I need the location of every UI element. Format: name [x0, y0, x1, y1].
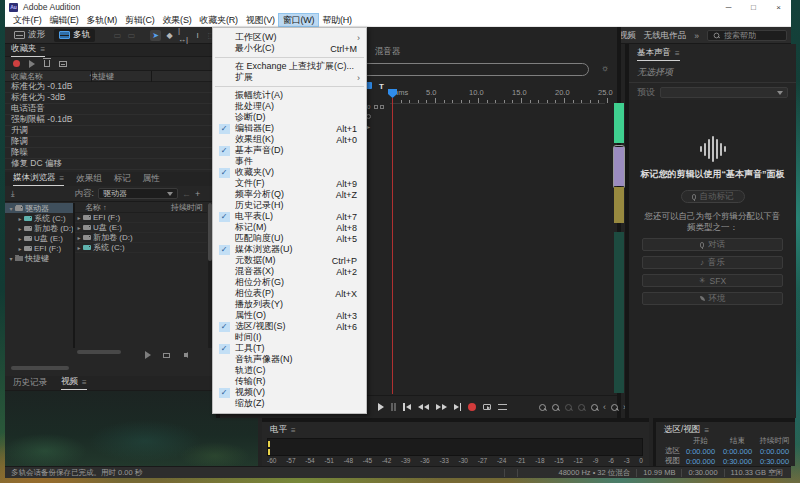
view-end-value[interactable]: 0:30.000 — [719, 457, 756, 466]
tree-item[interactable]: ▾快捷键 — [5, 253, 73, 263]
back-arrow-icon[interactable]: ← — [182, 189, 191, 199]
search-help-input[interactable]: 搜索帮助 — [707, 30, 787, 41]
track-expand-icon[interactable]: ▸ — [367, 123, 370, 130]
slip-tool-icon[interactable]: |↔| — [178, 30, 189, 41]
delete-favorite-icon[interactable] — [44, 60, 50, 67]
panel-menu-icon[interactable]: ≡ — [41, 45, 46, 54]
selection-end-value[interactable]: 0:00.000 — [719, 447, 756, 456]
add-shortcut-icon[interactable]: + — [195, 189, 200, 199]
preset-dropdown[interactable] — [660, 87, 788, 98]
track-box-icon[interactable] — [374, 105, 378, 109]
time-selection-tool-icon[interactable]: I — [192, 30, 203, 41]
skip-to-end-button[interactable] — [454, 402, 462, 412]
multitrack-view-button[interactable]: 多轨 — [54, 29, 95, 42]
list-item[interactable]: ▸系统 (C:) — [75, 243, 207, 253]
expander-icon[interactable]: ▸ — [75, 234, 83, 241]
tab-essential-sound[interactable]: 基本声音≡ — [637, 47, 680, 61]
navigator-settings-icon[interactable]: ☼ — [601, 63, 609, 73]
favorite-row[interactable]: 修复 DC 偏移 — [5, 159, 212, 170]
tab-favorites[interactable]: 收藏夹≡ — [11, 43, 45, 57]
tab-effects-rack[interactable]: 效果组 — [76, 173, 102, 185]
timeline-ruler[interactable]: hms 5.010.015.020.025.0 — [390, 80, 605, 104]
tree-item[interactable]: ▸U盘 (E:) — [5, 233, 73, 243]
loop-playback-button[interactable] — [483, 402, 491, 412]
zoom-out-point-icon[interactable] — [551, 403, 560, 412]
menubar-item-6[interactable]: 收藏夹(R) — [196, 14, 242, 26]
move-tool-icon[interactable]: ➤ — [150, 30, 161, 41]
tab-video[interactable]: 视频≡ — [61, 376, 87, 390]
favorite-row[interactable]: 降调 — [5, 137, 212, 148]
dialogue-button[interactable]: 对话 — [642, 238, 783, 251]
tree-item[interactable]: ▾驱动器 — [5, 203, 73, 213]
record-favorite-icon[interactable] — [13, 60, 20, 67]
view-start-value[interactable]: 0:00.000 — [682, 457, 719, 466]
sfx-button[interactable]: ✳ SFX — [642, 274, 783, 287]
speaker-icon[interactable] — [184, 353, 188, 357]
tab-properties[interactable]: 属性 — [143, 173, 160, 185]
column-name[interactable]: 名称 — [75, 202, 101, 213]
tab-history[interactable]: 历史记录 — [13, 377, 47, 389]
skip-to-start-button[interactable] — [403, 402, 411, 412]
zoom-left-chevron[interactable]: ‹ — [603, 402, 606, 412]
workspace-overflow-chevrons[interactable]: » — [694, 31, 699, 41]
expander-icon[interactable]: ▸ — [75, 244, 83, 251]
workspace-radio-production[interactable]: 无线电作品 — [644, 30, 687, 42]
edit-shortcut-icon[interactable] — [59, 61, 67, 67]
zoom-out-selection-icon[interactable] — [577, 403, 586, 412]
selection-duration-value[interactable]: 0:00.000 — [756, 447, 793, 456]
menu-item[interactable]: 扩展› — [213, 72, 366, 83]
expander-icon[interactable]: ▸ — [75, 214, 83, 221]
panel-menu-icon[interactable]: ≡ — [60, 174, 65, 183]
expander-icon[interactable]: ▸ — [16, 225, 24, 232]
panel-menu-icon[interactable]: ≡ — [704, 426, 709, 435]
selection-start-value[interactable]: 0:00.000 — [682, 447, 719, 456]
favorite-row[interactable]: 升调 — [5, 126, 212, 137]
tree-item[interactable]: ▸EFI (F:) — [5, 243, 73, 253]
content-dropdown[interactable]: 驱动器 — [98, 188, 178, 199]
play-favorite-icon[interactable] — [29, 60, 35, 68]
favorite-row[interactable]: 强制限幅 -0.1dB — [5, 115, 212, 126]
panel-menu-icon[interactable]: ≡ — [675, 49, 680, 58]
metronome-icon[interactable]: T — [379, 82, 384, 91]
spectral-display-icon[interactable]: ▭ — [112, 30, 123, 41]
tab-markers[interactable]: 标记 — [114, 173, 131, 185]
expander-icon[interactable]: ▸ — [75, 224, 83, 231]
menu-item[interactable]: 缩放(Z) — [213, 398, 366, 409]
fast-forward-button[interactable] — [436, 402, 447, 412]
panel-menu-icon[interactable]: ≡ — [82, 378, 87, 387]
preview-play-icon[interactable] — [145, 351, 151, 359]
expander-icon[interactable]: ▾ — [7, 205, 15, 212]
zoom-in-selection-icon[interactable] — [564, 403, 573, 412]
expander-icon[interactable]: ▸ — [16, 235, 24, 242]
menubar-item-1[interactable]: 文件(F) — [9, 14, 46, 26]
menubar-item-3[interactable]: 多轨(M) — [83, 14, 122, 26]
record-button[interactable] — [468, 402, 476, 412]
menubar-item-7[interactable]: 视图(V) — [242, 14, 279, 26]
column-shortcut[interactable]: 快捷键 — [90, 71, 114, 82]
play-button[interactable] — [378, 402, 384, 412]
tab-media-browser[interactable]: 媒体浏览器≡ — [13, 172, 64, 186]
expander-icon[interactable]: ▸ — [16, 245, 24, 252]
menubar-item-4[interactable]: 剪辑(C) — [121, 14, 159, 26]
maximize-button[interactable]: □ — [741, 0, 766, 14]
skip-selection-button[interactable] — [498, 402, 507, 412]
pause-button[interactable] — [391, 402, 396, 412]
rewind-button[interactable] — [418, 402, 429, 412]
expander-icon[interactable]: ▾ — [7, 255, 15, 262]
track-box2-icon[interactable] — [380, 105, 384, 109]
column-duration[interactable]: 持续时间 — [171, 202, 207, 213]
zoom-reset-icon[interactable] — [590, 403, 599, 412]
zoom-in-point-icon[interactable] — [538, 403, 547, 412]
minimize-button[interactable]: ─ — [716, 0, 741, 14]
ambience-button[interactable]: 环境 — [642, 292, 783, 305]
panel-menu-icon[interactable]: ≡ — [291, 426, 296, 435]
menubar-item-5[interactable]: 效果(S) — [159, 14, 196, 26]
tree-item[interactable]: ▸新加卷 (D:) — [5, 223, 73, 233]
menubar-item-8[interactable]: 窗口(W) — [279, 14, 319, 26]
razor-tool-icon[interactable]: ◆ — [164, 30, 175, 41]
menu-item[interactable]: 最小化(C)Ctrl+M — [213, 43, 366, 54]
menubar-item-2[interactable]: 编辑(E) — [46, 14, 83, 26]
tab-selection-view[interactable]: 选区/视图≡ — [664, 424, 709, 436]
tab-mixer[interactable]: 混音器 — [375, 46, 401, 58]
waveform-view-button[interactable]: 波形 — [9, 29, 50, 42]
